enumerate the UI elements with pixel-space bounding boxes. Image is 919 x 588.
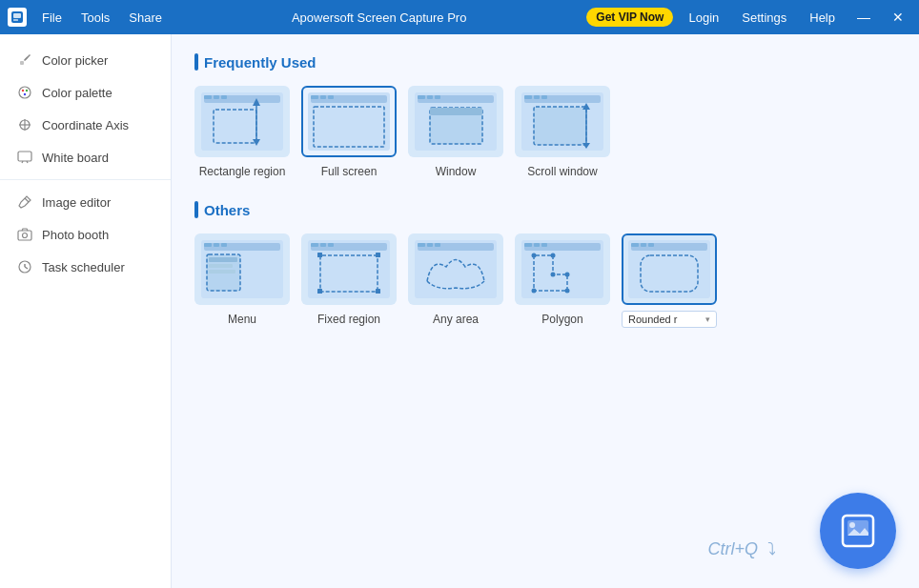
svg-point-4	[19, 87, 31, 98]
svg-rect-41	[430, 108, 482, 115]
sidebar: Color picker Color palette	[0, 34, 172, 588]
label-scroll-window: Scroll window	[527, 165, 597, 178]
sidebar-item-image-editor[interactable]: Image editor	[0, 186, 171, 218]
svg-point-81	[532, 253, 537, 258]
thumb-fixed-region	[301, 233, 397, 305]
svg-rect-79	[541, 243, 547, 247]
menu-share[interactable]: Share	[119, 0, 172, 34]
svg-rect-64	[328, 243, 334, 247]
svg-rect-68	[317, 289, 322, 294]
minimize-button[interactable]: —	[850, 0, 877, 34]
label-fixed-region: Fixed region	[317, 313, 380, 326]
svg-rect-54	[214, 243, 219, 247]
sidebar-label-white-board: White board	[42, 151, 109, 165]
capture-item-menu[interactable]: Menu	[194, 233, 290, 326]
capture-item-full-screen[interactable]: Full screen	[301, 86, 397, 178]
svg-rect-2	[13, 19, 18, 21]
camera-icon	[17, 227, 32, 242]
sidebar-item-color-picker[interactable]: Color picker	[0, 44, 171, 76]
content-area: Frequently Used	[172, 34, 919, 588]
svg-rect-57	[209, 257, 237, 262]
label-full-screen: Full screen	[321, 165, 378, 178]
app-logo	[8, 8, 27, 27]
capture-item-fixed-region[interactable]: Fixed region	[301, 233, 397, 326]
shortcut-area: Ctrl+Q ⤵	[707, 539, 776, 559]
label-menu: Menu	[228, 313, 256, 326]
svg-point-85	[565, 289, 570, 294]
thumb-polygon	[515, 233, 610, 305]
menu-file[interactable]: File	[32, 0, 71, 34]
svg-rect-32	[320, 95, 326, 99]
rounded-rect-dropdown[interactable]: Rounded r ▾	[622, 311, 717, 328]
login-button[interactable]: Login	[681, 0, 726, 34]
capture-item-polygon[interactable]: Polygon	[515, 233, 610, 326]
shortcut-text: Ctrl+Q	[707, 539, 758, 559]
svg-rect-24	[221, 95, 227, 99]
sidebar-item-white-board[interactable]: White board	[0, 141, 171, 173]
main-layout: Color picker Color palette	[0, 34, 919, 588]
sidebar-divider	[0, 179, 171, 180]
frequently-used-section: Frequently Used	[194, 53, 896, 71]
svg-rect-39	[435, 95, 440, 99]
svg-rect-67	[376, 253, 380, 257]
sidebar-item-photo-booth[interactable]: Photo booth	[0, 218, 171, 251]
clock-icon	[17, 259, 32, 274]
sidebar-item-coordinate-axis[interactable]: Coordinate Axis	[0, 109, 171, 141]
thumb-rounded-rect	[622, 233, 717, 305]
capture-item-scroll-window[interactable]: Scroll window	[515, 86, 610, 178]
svg-rect-73	[427, 243, 433, 247]
svg-point-16	[23, 233, 28, 238]
menu-bar: File Tools Share	[32, 0, 172, 34]
others-section-bar	[194, 201, 198, 218]
svg-point-83	[551, 273, 556, 277]
sidebar-label-image-editor: Image editor	[42, 195, 111, 210]
frequently-used-grid: Rectangle region Full screen	[194, 86, 896, 178]
help-button[interactable]: Help	[802, 0, 843, 34]
label-rectangle-region: Rectangle region	[199, 165, 286, 178]
svg-rect-3	[20, 61, 24, 65]
sidebar-label-task-scheduler: Task scheduler	[42, 260, 125, 274]
capture-item-rounded-rect[interactable]: Rounded r ▾	[622, 233, 717, 326]
titlebar: File Tools Share Apowersoft Screen Captu…	[0, 0, 919, 34]
others-section: Others	[194, 201, 896, 218]
chevron-down-icon: ▾	[705, 314, 710, 324]
svg-line-19	[25, 267, 28, 269]
settings-button[interactable]: Settings	[734, 0, 794, 34]
sidebar-item-color-palette[interactable]: Color palette	[0, 76, 171, 109]
svg-rect-58	[209, 264, 233, 268]
menu-tools[interactable]: Tools	[71, 0, 119, 34]
capture-item-rectangle-region[interactable]: Rectangle region	[194, 86, 290, 178]
capture-fab-button[interactable]	[820, 493, 896, 569]
svg-rect-77	[524, 243, 532, 247]
section-bar	[194, 53, 198, 71]
svg-rect-15	[18, 231, 31, 240]
svg-point-5	[22, 90, 24, 91]
svg-rect-44	[524, 95, 532, 99]
crosshair-icon	[17, 117, 32, 132]
frequently-used-title: Frequently Used	[204, 54, 317, 71]
svg-rect-11	[18, 152, 31, 161]
eyedropper-icon	[17, 52, 32, 68]
label-any-area: Any area	[433, 313, 479, 326]
svg-rect-62	[311, 243, 318, 247]
capture-item-any-area[interactable]: Any area	[408, 233, 503, 326]
sidebar-label-color-palette: Color palette	[42, 86, 112, 100]
close-button[interactable]: ✕	[885, 0, 911, 34]
svg-rect-22	[204, 95, 212, 99]
edit-icon	[17, 194, 32, 210]
sidebar-label-coordinate-axis: Coordinate Axis	[42, 118, 129, 132]
others-title: Others	[204, 202, 250, 218]
vip-button[interactable]: Get VIP Now	[586, 8, 673, 27]
svg-rect-69	[376, 289, 380, 294]
dropdown-value: Rounded r	[628, 314, 677, 325]
capture-item-window[interactable]: Window	[408, 86, 503, 178]
svg-rect-47	[534, 107, 586, 145]
label-polygon: Polygon	[541, 313, 582, 326]
svg-rect-72	[418, 243, 425, 247]
sidebar-item-task-scheduler[interactable]: Task scheduler	[0, 251, 171, 283]
svg-point-84	[565, 273, 570, 277]
svg-line-14	[25, 198, 29, 202]
monitor-icon	[17, 150, 32, 165]
svg-rect-63	[320, 243, 326, 247]
svg-point-82	[551, 253, 556, 258]
